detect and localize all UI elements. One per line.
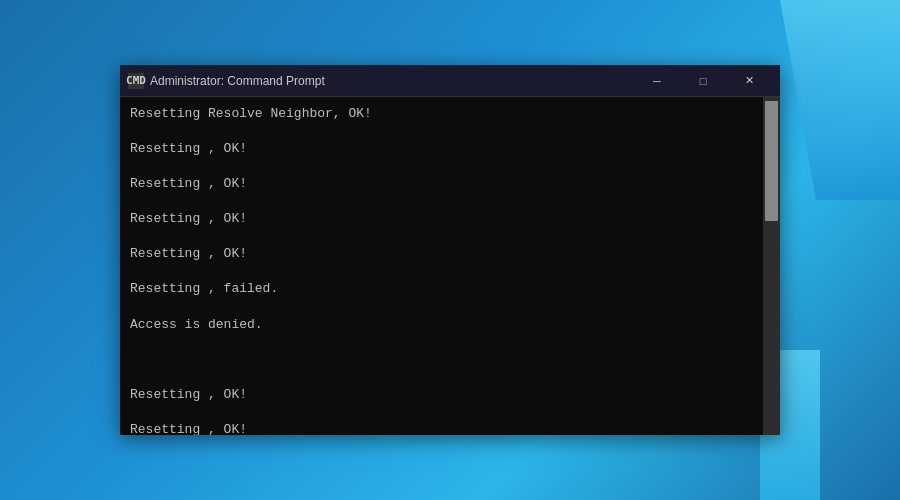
close-icon: ✕: [745, 74, 754, 87]
close-button[interactable]: ✕: [726, 65, 772, 97]
scrollbar-thumb[interactable]: [765, 101, 778, 221]
title-bar: CMD Administrator: Command Prompt ─ □ ✕: [120, 65, 780, 97]
terminal-line: Resetting , OK!: [130, 245, 753, 263]
terminal-line: Resetting , failed.: [130, 280, 753, 298]
cmd-icon: CMD: [128, 73, 144, 89]
minimize-icon: ─: [653, 75, 661, 87]
cmd-window: CMD Administrator: Command Prompt ─ □ ✕ …: [120, 65, 780, 435]
terminal-line: Access is denied.: [130, 316, 753, 334]
bg-decoration-top-right: [780, 0, 900, 200]
maximize-icon: □: [700, 75, 707, 87]
terminal-line: Resetting , OK!: [130, 386, 753, 404]
terminal-body: Resetting Resolve Neighbor, OK!Resetting…: [120, 97, 780, 435]
scrollbar[interactable]: [763, 97, 780, 435]
terminal-line: Resetting , OK!: [130, 175, 753, 193]
window-controls: ─ □ ✕: [634, 65, 772, 97]
terminal-line: Resetting , OK!: [130, 421, 753, 435]
terminal-line: Resetting Resolve Neighbor, OK!: [130, 105, 753, 123]
maximize-button[interactable]: □: [680, 65, 726, 97]
window-title: Administrator: Command Prompt: [150, 74, 634, 88]
terminal-content[interactable]: Resetting Resolve Neighbor, OK!Resetting…: [120, 97, 763, 435]
terminal-line: Resetting , OK!: [130, 210, 753, 228]
minimize-button[interactable]: ─: [634, 65, 680, 97]
terminal-line: [130, 351, 753, 369]
terminal-line: Resetting , OK!: [130, 140, 753, 158]
